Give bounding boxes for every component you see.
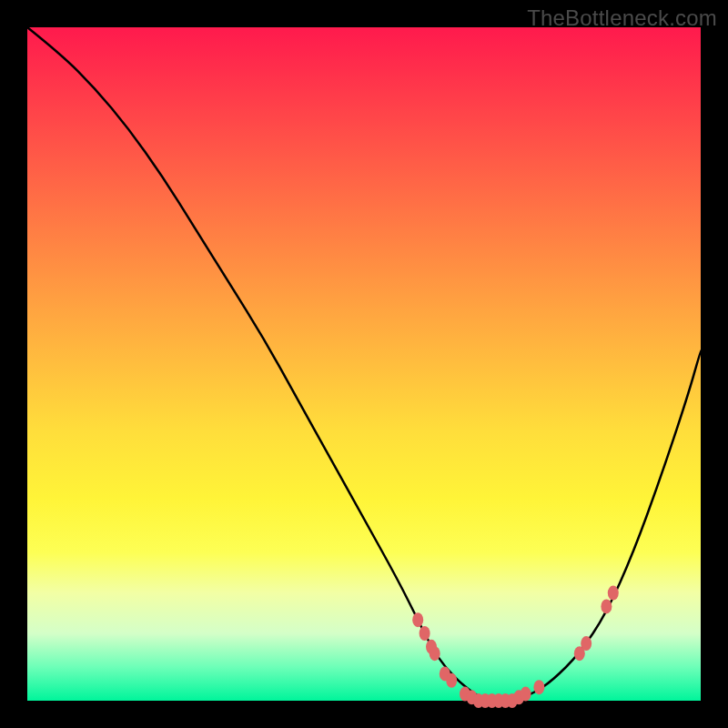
curve-marker <box>533 680 544 694</box>
curve-marker <box>608 586 619 601</box>
curve-marker <box>446 673 457 688</box>
curve-markers <box>412 586 619 708</box>
curve-marker <box>430 646 440 661</box>
curve-marker <box>601 599 612 613</box>
curve-marker <box>521 687 531 702</box>
curve-marker <box>581 636 592 651</box>
bottleneck-curve-line <box>27 27 701 701</box>
bottleneck-chart <box>27 27 701 701</box>
curve-marker <box>412 612 423 627</box>
curve-marker <box>420 626 430 641</box>
